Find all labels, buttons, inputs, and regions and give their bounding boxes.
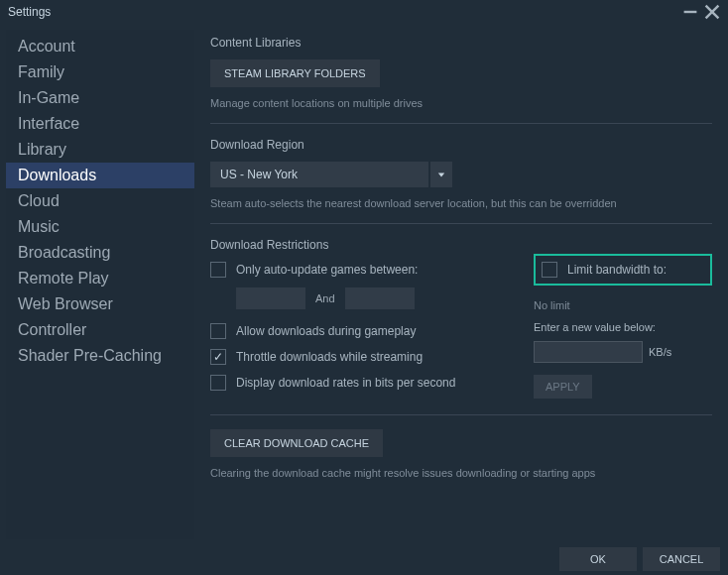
sidebar-item-label: Music [18, 218, 60, 235]
content-libraries-heading: Content Libraries [210, 36, 712, 50]
download-restrictions-heading: Download Restrictions [210, 238, 712, 252]
sidebar-item-family[interactable]: Family [6, 59, 194, 85]
restrictions-right: Limit bandwidth to: No limit Enter a new… [534, 262, 712, 401]
time-to-input[interactable] [345, 288, 415, 309]
restrictions-left: Only auto-update games between: And Allo… [210, 262, 524, 401]
sidebar-item-label: In-Game [18, 89, 79, 106]
download-region-select[interactable]: US - New York [210, 162, 712, 187]
throttle-streaming-label: Throttle downloads while streaming [236, 350, 423, 364]
auto-update-checkbox[interactable] [210, 262, 226, 278]
svg-marker-3 [438, 172, 444, 176]
bits-per-second-row: Display download rates in bits per secon… [210, 375, 524, 391]
sidebar-item-broadcasting[interactable]: Broadcasting [6, 240, 194, 266]
sidebar: Account Family In-Game Interface Library… [6, 30, 194, 539]
throttle-streaming-row: Throttle downloads while streaming [210, 349, 524, 365]
steam-library-folders-button[interactable]: STEAM LIBRARY FOLDERS [210, 59, 380, 87]
limit-bandwidth-highlight: Limit bandwidth to: [534, 254, 712, 286]
sidebar-item-interface[interactable]: Interface [6, 111, 194, 137]
sidebar-item-music[interactable]: Music [6, 214, 194, 240]
sidebar-item-in-game[interactable]: In-Game [6, 85, 194, 111]
footer: OK CANCEL [0, 543, 728, 575]
sidebar-item-label: Controller [18, 321, 86, 338]
clear-download-cache-button[interactable]: CLEAR DOWNLOAD CACHE [210, 429, 383, 457]
titlebar: Settings [0, 0, 728, 24]
window-title: Settings [8, 5, 676, 19]
sidebar-item-label: Shader Pre-Caching [18, 347, 162, 364]
limit-bandwidth-label: Limit bandwidth to: [567, 263, 667, 277]
chevron-down-icon[interactable] [430, 162, 452, 187]
allow-gameplay-label: Allow downloads during gameplay [236, 324, 416, 338]
sidebar-item-web-browser[interactable]: Web Browser [6, 291, 194, 317]
apply-button[interactable]: APPLY [534, 375, 592, 399]
settings-window: Settings Account Family In-Game Interfac… [0, 0, 728, 575]
divider [210, 414, 712, 415]
throttle-streaming-checkbox[interactable] [210, 349, 226, 365]
sidebar-item-controller[interactable]: Controller [6, 317, 194, 343]
clear-cache-desc: Clearing the download cache might resolv… [210, 467, 712, 479]
sidebar-item-label: Cloud [18, 192, 60, 209]
download-region-value: US - New York [210, 162, 428, 187]
enter-value-label: Enter a new value below: [534, 321, 712, 333]
bits-per-second-checkbox[interactable] [210, 375, 226, 391]
time-range: And [236, 288, 524, 309]
sidebar-item-label: Broadcasting [18, 244, 110, 261]
cancel-button[interactable]: CANCEL [643, 547, 720, 571]
close-icon[interactable] [704, 4, 720, 20]
divider [210, 123, 712, 124]
main-panel: Content Libraries STEAM LIBRARY FOLDERS … [198, 30, 722, 539]
sidebar-item-cloud[interactable]: Cloud [6, 188, 194, 214]
sidebar-item-label: Library [18, 141, 66, 158]
and-label: And [315, 292, 335, 304]
download-region-desc: Steam auto-selects the nearest download … [210, 197, 712, 209]
bandwidth-input-row: KB/s [534, 341, 712, 363]
auto-update-row: Only auto-update games between: [210, 262, 524, 278]
limit-bandwidth-checkbox[interactable] [542, 262, 557, 278]
sidebar-item-remote-play[interactable]: Remote Play [6, 266, 194, 291]
bits-per-second-label: Display download rates in bits per secon… [236, 376, 455, 390]
limit-bandwidth-row: Limit bandwidth to: [542, 262, 702, 278]
divider [210, 223, 712, 224]
allow-gameplay-row: Allow downloads during gameplay [210, 323, 524, 339]
no-limit-text: No limit [534, 299, 712, 311]
minimize-icon[interactable] [682, 4, 698, 20]
sidebar-item-label: Remote Play [18, 270, 109, 287]
sidebar-item-label: Family [18, 63, 64, 80]
download-region-heading: Download Region [210, 138, 712, 152]
sidebar-item-account[interactable]: Account [6, 34, 194, 59]
auto-update-label: Only auto-update games between: [236, 263, 418, 277]
sidebar-item-label: Account [18, 38, 75, 55]
sidebar-item-label: Downloads [18, 167, 96, 183]
sidebar-item-shader-pre-caching[interactable]: Shader Pre-Caching [6, 343, 194, 369]
sidebar-item-label: Interface [18, 115, 79, 132]
sidebar-item-label: Web Browser [18, 295, 113, 312]
body: Account Family In-Game Interface Library… [0, 24, 728, 539]
bandwidth-input[interactable] [534, 341, 643, 363]
bandwidth-unit: KB/s [649, 346, 671, 358]
sidebar-item-downloads[interactable]: Downloads [6, 163, 194, 188]
ok-button[interactable]: OK [559, 547, 637, 571]
time-from-input[interactable] [236, 288, 305, 309]
sidebar-item-library[interactable]: Library [6, 137, 194, 163]
content-libraries-desc: Manage content locations on multiple dri… [210, 97, 712, 109]
restrictions-area: Only auto-update games between: And Allo… [210, 262, 712, 401]
allow-gameplay-checkbox[interactable] [210, 323, 226, 339]
